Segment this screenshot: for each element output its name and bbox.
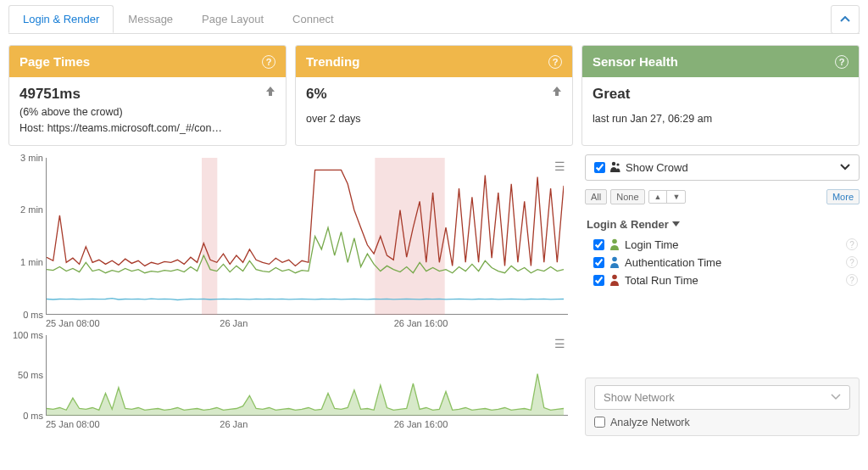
tabs: Login & Render Message Page Layout Conne… [8, 5, 348, 34]
sensor-lastrun: last run Jan 27, 06:29 am [593, 111, 849, 127]
help-icon[interactable]: ? [262, 55, 275, 69]
nav-arrows: ▲ ▼ [648, 190, 687, 204]
tab-login-render[interactable]: Login & Render [8, 5, 114, 33]
legend-group-title[interactable]: Login & Render [587, 218, 858, 231]
card-trending-title: Trending [306, 54, 359, 69]
legend-items: Login Time?Authentication Time?Total Run… [585, 236, 860, 289]
page-times-crowd: (6% above the crowd) [19, 104, 275, 120]
chevron-down-icon [840, 164, 850, 171]
caret-down-icon [672, 221, 680, 227]
tab-message[interactable]: Message [114, 5, 187, 33]
page-times-metric: 49751ms [19, 86, 275, 103]
filter-row: All None ▲ ▼ More [585, 189, 860, 204]
person-icon [609, 238, 620, 250]
show-network-label: Show Network [604, 391, 675, 404]
y-tick: 0 ms [11, 310, 43, 320]
trending-period: over 2 days [306, 111, 562, 127]
arrow-up-icon[interactable] [265, 86, 275, 98]
nav-down-button[interactable]: ▼ [667, 191, 685, 203]
crowd-icon [610, 161, 620, 173]
help-icon[interactable]: ? [846, 256, 858, 268]
svg-point-2 [612, 162, 615, 165]
arrow-up-icon[interactable] [552, 86, 562, 98]
card-sensor-health: Sensor Health ? Great last run Jan 27, 0… [581, 45, 860, 146]
y-tick: 1 min [11, 257, 43, 267]
svg-rect-1 [375, 158, 444, 315]
charts-column: 0 ms1 min2 min3 min☰25 Jan 08:0026 Jan26… [8, 154, 576, 436]
chart-network-wrap: 0 ms50 ms100 ms☰25 Jan 08:0026 Jan26 Jan… [8, 335, 576, 429]
legend-checkbox[interactable] [593, 257, 604, 268]
analyze-network-checkbox[interactable] [594, 417, 605, 428]
svg-rect-0 [202, 158, 217, 315]
x-ticks: 25 Jan 08:0026 Jan26 Jan 16:00 [46, 318, 568, 328]
legend-item[interactable]: Login Time? [585, 236, 860, 254]
filter-all-button[interactable]: All [585, 189, 607, 204]
card-trending-header: Trending ? [296, 46, 572, 77]
cards-row: Page Times ? 49751ms (6% above the crowd… [0, 35, 868, 154]
x-tick: 26 Jan 16:00 [394, 419, 568, 429]
card-trending-body: 6% over 2 days [296, 77, 572, 136]
x-tick: 26 Jan [220, 318, 393, 328]
x-tick: 25 Jan 08:00 [46, 318, 220, 328]
show-crowd-checkbox[interactable] [594, 162, 605, 173]
card-sensor-body: Great last run Jan 27, 06:29 am [582, 77, 859, 136]
chart-menu-icon[interactable]: ☰ [554, 337, 565, 350]
help-icon[interactable]: ? [548, 55, 562, 69]
tab-connect[interactable]: Connect [278, 5, 348, 33]
sensor-metric: Great [593, 86, 849, 103]
chart-main-wrap: 0 ms1 min2 min3 min☰25 Jan 08:0026 Jan26… [8, 158, 576, 328]
svg-point-6 [612, 275, 617, 280]
svg-point-3 [616, 163, 619, 165]
chart: 0 ms50 ms100 ms☰ [46, 335, 568, 416]
more-button[interactable]: More [826, 189, 860, 204]
analyze-network-label: Analyze Network [610, 417, 690, 428]
legend-label: Total Run Time [625, 274, 698, 287]
y-tick: 0 ms [11, 411, 43, 421]
tab-page-layout[interactable]: Page Layout [187, 5, 278, 33]
legend-label: Authentication Time [625, 256, 721, 269]
y-tick: 3 min [11, 153, 43, 163]
x-ticks: 25 Jan 08:0026 Jan26 Jan 16:00 [46, 419, 568, 429]
collapse-button[interactable] [831, 5, 860, 34]
analyze-network-row[interactable]: Analyze Network [594, 417, 850, 428]
card-sensor-title: Sensor Health [593, 54, 678, 69]
nav-up-button[interactable]: ▲ [649, 191, 668, 203]
page-times-host: Host: https://teams.microsoft.com/_#/con… [19, 120, 275, 137]
person-icon [609, 274, 620, 286]
chevron-up-icon [840, 16, 850, 23]
card-page-times-header: Page Times ? [9, 46, 286, 77]
legend-group-label: Login & Render [587, 218, 669, 231]
card-page-times-title: Page Times [19, 54, 90, 69]
show-crowd-label: Show Crowd [626, 161, 688, 174]
help-icon[interactable]: ? [835, 55, 849, 69]
chart: 0 ms1 min2 min3 min☰ [46, 158, 568, 315]
chart-menu-icon[interactable]: ☰ [554, 159, 565, 173]
top-bar: Login & Render Message Page Layout Conne… [0, 0, 868, 34]
y-tick: 50 ms [11, 370, 43, 380]
x-tick: 26 Jan [220, 419, 393, 429]
show-crowd-select[interactable]: Show Crowd [585, 154, 860, 181]
tab-underline [8, 33, 860, 34]
trending-metric: 6% [306, 86, 562, 103]
y-tick: 2 min [11, 204, 43, 215]
help-icon[interactable]: ? [846, 274, 858, 286]
x-tick: 25 Jan 08:00 [46, 419, 220, 429]
chart-svg [47, 335, 564, 416]
help-icon[interactable]: ? [846, 238, 858, 250]
y-tick: 100 ms [11, 330, 43, 340]
svg-point-4 [612, 239, 617, 244]
svg-point-5 [612, 257, 617, 262]
card-page-times: Page Times ? 49751ms (6% above the crowd… [8, 45, 287, 146]
chart-svg [47, 158, 564, 315]
legend-checkbox[interactable] [593, 239, 604, 250]
legend-checkbox[interactable] [593, 275, 604, 286]
filter-none-button[interactable]: None [610, 189, 644, 204]
main-row: 0 ms1 min2 min3 min☰25 Jan 08:0026 Jan26… [0, 154, 868, 445]
side-column: Show Crowd All None ▲ ▼ More Login & Ren… [585, 154, 860, 436]
legend-label: Login Time [625, 238, 679, 251]
legend-item[interactable]: Authentication Time? [585, 254, 860, 271]
card-trending: Trending ? 6% over 2 days [295, 45, 573, 146]
legend-item[interactable]: Total Run Time? [585, 271, 860, 289]
show-network-select[interactable]: Show Network [594, 385, 850, 410]
x-tick: 26 Jan 16:00 [394, 318, 568, 328]
